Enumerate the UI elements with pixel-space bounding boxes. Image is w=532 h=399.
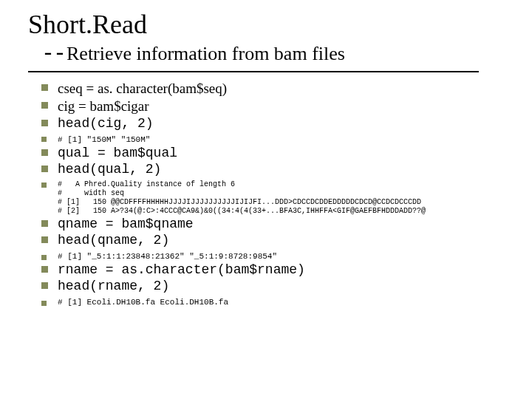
code-line: qual = bam$qual xyxy=(38,145,505,161)
output-line: # A Phred.Quality instance of length 6 #… xyxy=(38,180,505,216)
code-line: head(qname, 2) xyxy=(38,232,505,248)
output-line: # [1] "150M" "150M" xyxy=(38,134,505,145)
block-qual: qual = bam$qual head(qual, 2) # A Phred.… xyxy=(38,145,505,216)
subtitle-row: -- Retrieve information from bam files xyxy=(41,41,505,66)
code-line: head(qual, 2) xyxy=(38,161,505,177)
code-line: head(cig, 2) xyxy=(38,115,505,132)
code-line: head(rname, 2) xyxy=(38,278,505,294)
slide: Short.Read -- Retrieve information from … xyxy=(0,0,532,399)
output-line: # [1] Ecoli.DH10B.fa Ecoli.DH10B.fa xyxy=(38,297,505,307)
block-cseq: cseq = as. character(bam$seq) cig = bam$… xyxy=(38,80,505,145)
code-line: cseq = as. character(bam$seq) xyxy=(38,80,505,98)
subtitle-text: Retrieve information from bam files xyxy=(66,43,345,65)
page-title: Short.Read xyxy=(28,9,505,40)
title-underline xyxy=(28,71,479,72)
code-line: cig = bam$cigar xyxy=(38,98,505,115)
output-line: # [1] "_5:1:1:23848:21362" "_5:1:9:8728:… xyxy=(38,251,505,262)
block-rname: rname = as.character(bam$rname) head(rna… xyxy=(38,262,505,307)
subtitle-dashes: -- xyxy=(41,41,65,66)
code-line: qname = bam$qname xyxy=(38,216,505,232)
code-line: rname = as.character(bam$rname) xyxy=(38,262,505,278)
block-qname: qname = bam$qname head(qname, 2) # [1] "… xyxy=(38,216,505,262)
